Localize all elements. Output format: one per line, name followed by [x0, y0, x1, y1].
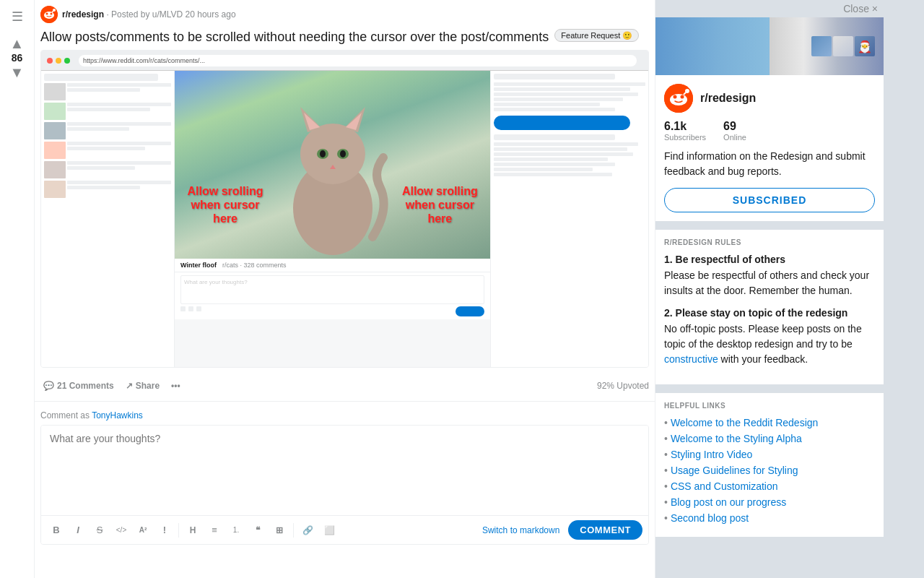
link-item-3: • Styling Intro Video	[664, 449, 875, 460]
constructive-link[interactable]: constructive	[664, 353, 718, 365]
link-blog-progress[interactable]: Blog post on our progress	[671, 496, 786, 508]
bullet-5: •	[664, 480, 668, 492]
comment-textarea[interactable]	[41, 426, 648, 512]
italic-button[interactable]: I	[69, 521, 87, 540]
online-count: 69	[723, 120, 746, 133]
subreddit-description: Find information on the Redesign and sub…	[664, 149, 875, 179]
markdown-switch[interactable]: Switch to markdown	[482, 525, 559, 535]
svg-point-1	[44, 12, 54, 19]
link-item-4: • Usage Guidelines for Styling	[664, 465, 875, 476]
rules-card: R/REDESIGN RULES 1. Be respectful of oth…	[655, 230, 884, 384]
screenshot-right-panel	[490, 71, 648, 368]
subreddit-header: r/redesign	[664, 84, 875, 113]
svg-point-18	[674, 95, 677, 99]
rule-2-body: No off-topic posts. Please keep posts on…	[664, 322, 875, 367]
table-button[interactable]: ⊞	[270, 521, 289, 540]
numbered-button[interactable]: 1.	[227, 521, 245, 540]
comments-button[interactable]: 💬 21 Comments	[40, 376, 117, 395]
subscriber-count: 6.1k	[664, 120, 706, 133]
link-item-2: • Welcome to the Styling Alpha	[664, 433, 875, 444]
comment-as-label: Comment as TonyHawkins	[40, 410, 649, 420]
subscriber-label: Subscribers	[664, 133, 706, 142]
subreddit-banner: 🎅	[655, 17, 884, 75]
post-image: https://www.reddit.com/r/cats/comments/.…	[40, 50, 649, 368]
image-button[interactable]: ⬜	[320, 521, 339, 540]
subreddit-info: r/redesign 6.1k Subscribers 69 Online Fi…	[655, 75, 884, 221]
svg-point-14	[340, 150, 346, 158]
link-item-7: • Second blog post	[664, 512, 875, 524]
post-header: r/redesign · Posted by u/MLVD 20 hours a…	[35, 0, 655, 26]
subreddit-icon	[40, 6, 58, 23]
hamburger-icon[interactable]: ☰	[12, 9, 23, 25]
link-styling-video[interactable]: Styling Intro Video	[671, 449, 752, 460]
comment-toolbar: B I S </> A² ! H ≡ 1. ❝ ⊞ 🔗 ⬜ Switch to …	[41, 515, 648, 544]
helpful-links: HELPFUL LINKS • Welcome to the Reddit Re…	[655, 393, 884, 537]
svg-point-19	[681, 95, 684, 99]
more-button[interactable]: •••	[168, 376, 183, 395]
share-button[interactable]: ↗ Share	[123, 376, 162, 395]
browser-url: https://www.reddit.com/r/cats/comments/.…	[79, 55, 637, 66]
screenshot-container: https://www.reddit.com/r/cats/comments/.…	[41, 51, 648, 368]
close-button[interactable]: Close ×	[843, 3, 878, 14]
subscriber-stat: 6.1k Subscribers	[664, 120, 706, 142]
comment-section: Comment as TonyHawkins B I S </> A² ! H …	[35, 401, 655, 551]
bullet-1: •	[664, 417, 668, 428]
bullet-button[interactable]: ≡	[205, 521, 224, 540]
svg-point-2	[46, 13, 48, 15]
screenshot-left-panel	[41, 71, 175, 368]
bullet-7: •	[664, 512, 668, 524]
link-styling-alpha[interactable]: Welcome to the Styling Alpha	[671, 433, 802, 444]
subreddit-name-large: r/redesign	[700, 92, 756, 105]
link-css-customization[interactable]: CSS and Customization	[671, 480, 778, 492]
downvote-button[interactable]: ▼	[10, 65, 25, 79]
subreddit-stats: 6.1k Subscribers 69 Online	[664, 120, 875, 142]
vote-section: ▲ 86 ▼	[10, 36, 25, 79]
post-actions: 💬 21 Comments ↗ Share ••• 92% Upvoted	[35, 374, 655, 401]
subreddit-name[interactable]: r/redesign	[62, 9, 104, 20]
feature-badge: Feature Request 🙂	[554, 29, 639, 42]
comment-submit-button[interactable]: COMMENT	[568, 520, 642, 540]
heading-button[interactable]: H	[183, 521, 202, 540]
rules-section: R/REDESIGN RULES 1. Be respectful of oth…	[655, 230, 884, 384]
link-reddit-redesign[interactable]: Welcome to the Reddit Redesign	[671, 417, 818, 428]
toolbar-separator	[178, 523, 179, 538]
helpful-links-title: HELPFUL LINKS	[664, 402, 875, 410]
strikethrough-button[interactable]: S	[90, 521, 109, 540]
subreddit-icon-large	[664, 84, 693, 113]
rules-title: R/REDESIGN RULES	[664, 238, 875, 246]
post-meta: r/redesign · Posted by u/MLVD 20 hours a…	[62, 9, 236, 20]
superscript-button[interactable]: A²	[134, 521, 152, 540]
comments-count: 21 Comments	[57, 381, 114, 391]
link-usage-guidelines[interactable]: Usage Guidelines for Styling	[671, 465, 798, 476]
more-icon: •••	[171, 381, 180, 391]
main-content: r/redesign · Posted by u/MLVD 20 hours a…	[35, 0, 655, 578]
online-stat: 69 Online	[723, 120, 746, 142]
upvote-percent: 92% Upvoted	[597, 381, 649, 391]
rule-1-title: 1. Be respectful of others	[664, 254, 875, 265]
bullet-6: •	[664, 496, 668, 508]
link-item-5: • CSS and Customization	[664, 480, 875, 492]
right-sidebar: Close × 🎅	[655, 0, 884, 578]
rule-2-title: 2. Please stay on topic of the redesign	[664, 307, 875, 319]
svg-point-6	[300, 124, 365, 184]
comment-username[interactable]: TonyHawkins	[92, 410, 143, 420]
code-button[interactable]: </>	[112, 521, 131, 540]
browser-topbar: https://www.reddit.com/r/cats/comments/.…	[41, 51, 648, 71]
link-item-6: • Blog post on our progress	[664, 496, 875, 508]
comment-icon: 💬	[43, 381, 54, 391]
link-second-blog[interactable]: Second blog post	[671, 512, 749, 524]
left-sidebar: ☰ ▲ 86 ▼	[0, 0, 35, 578]
spoiler-button[interactable]: !	[155, 521, 174, 540]
post-title-area: Allow posts/comments to be scrolled with…	[35, 26, 655, 50]
bold-button[interactable]: B	[47, 521, 66, 540]
subscribe-button[interactable]: SUBSCRIBED	[664, 188, 875, 212]
screenshot-main: Winter floof r/cats · 328 comments Allow…	[175, 71, 490, 368]
online-label: Online	[723, 133, 746, 142]
comment-box: B I S </> A² ! H ≡ 1. ❝ ⊞ 🔗 ⬜ Switch to …	[40, 425, 649, 545]
subreddit-card: r/redesign 6.1k Subscribers 69 Online Fi…	[655, 75, 884, 221]
screenshot-body: Winter floof r/cats · 328 comments Allow…	[41, 71, 648, 368]
share-label: Share	[136, 381, 160, 391]
quote-button[interactable]: ❝	[248, 521, 267, 540]
link-button[interactable]: 🔗	[298, 521, 317, 540]
upvote-button[interactable]: ▲	[10, 36, 25, 51]
